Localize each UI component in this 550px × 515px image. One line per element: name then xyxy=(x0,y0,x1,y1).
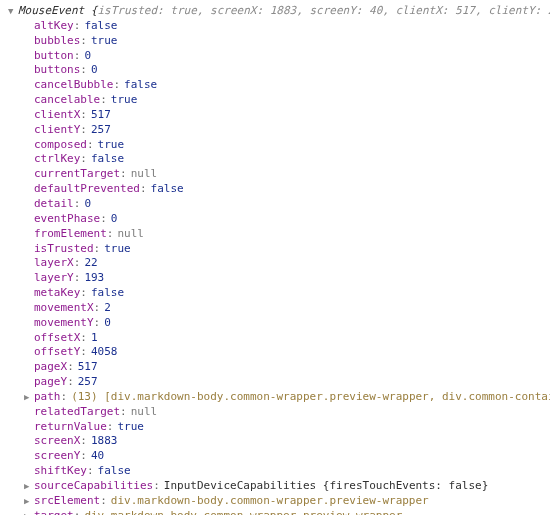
property-value[interactable]: InputDeviceCapabilities {firesTouchEvent… xyxy=(164,479,489,494)
colon: : xyxy=(100,494,107,509)
property-row: fromElement:null xyxy=(8,227,542,242)
colon: : xyxy=(74,19,81,34)
property-value: false xyxy=(84,19,117,34)
property-key: path xyxy=(34,390,61,405)
property-key: relatedTarget xyxy=(34,405,120,420)
property-row: bubbles:true xyxy=(8,34,542,49)
property-key: cancelBubble xyxy=(34,78,113,93)
property-key: offsetY xyxy=(34,345,80,360)
colon: : xyxy=(87,464,94,479)
property-key: buttons xyxy=(34,63,80,78)
property-row[interactable]: target:div.markdown-body.common-wrapper.… xyxy=(8,509,542,515)
colon: : xyxy=(74,509,81,515)
property-value: false xyxy=(124,78,157,93)
property-value: true xyxy=(104,242,131,257)
colon: : xyxy=(100,212,107,227)
property-value[interactable]: (13) [div.markdown-body.common-wrapper.p… xyxy=(71,390,550,405)
property-value: false xyxy=(91,152,124,167)
property-value: 1883 xyxy=(91,434,118,449)
property-row: button:0 xyxy=(8,49,542,64)
colon: : xyxy=(80,286,87,301)
colon: : xyxy=(87,138,94,153)
property-value: 0 xyxy=(104,316,111,331)
property-value: 2 xyxy=(104,301,111,316)
property-value: 22 xyxy=(84,256,97,271)
colon: : xyxy=(120,167,127,182)
property-value: null xyxy=(117,227,144,242)
property-value: 0 xyxy=(84,49,91,64)
property-row: relatedTarget:null xyxy=(8,405,542,420)
colon: : xyxy=(80,152,87,167)
property-value: 517 xyxy=(91,108,111,123)
property-list: altKey:falsebubbles:truebutton:0buttons:… xyxy=(8,19,542,515)
property-value: 40 xyxy=(91,449,104,464)
property-key: offsetX xyxy=(34,331,80,346)
colon: : xyxy=(67,375,74,390)
property-value: true xyxy=(111,93,138,108)
property-key: movementX xyxy=(34,301,94,316)
property-value: false xyxy=(151,182,184,197)
chevron-right-icon[interactable] xyxy=(24,391,34,403)
property-key: layerX xyxy=(34,256,74,271)
colon: : xyxy=(80,449,87,464)
property-value: 257 xyxy=(78,375,98,390)
property-key: shiftKey xyxy=(34,464,87,479)
property-value: true xyxy=(98,138,125,153)
property-row: currentTarget:null xyxy=(8,167,542,182)
colon: : xyxy=(107,420,114,435)
colon: : xyxy=(74,197,81,212)
property-row[interactable]: path:(13) [div.markdown-body.common-wrap… xyxy=(8,390,542,405)
property-row: eventPhase:0 xyxy=(8,212,542,227)
property-row: composed:true xyxy=(8,138,542,153)
property-key: defaultPrevented xyxy=(34,182,140,197)
colon: : xyxy=(107,227,114,242)
property-key: fromElement xyxy=(34,227,107,242)
property-key: pageX xyxy=(34,360,67,375)
property-value[interactable]: div.markdown-body.common-wrapper.preview… xyxy=(111,494,429,509)
property-value: 517 xyxy=(78,360,98,375)
property-row: returnValue:true xyxy=(8,420,542,435)
property-row: isTrusted:true xyxy=(8,242,542,257)
object-header-row[interactable]: MouseEvent {isTrusted: true, screenX: 18… xyxy=(8,4,542,19)
property-key: movementY xyxy=(34,316,94,331)
property-row: buttons:0 xyxy=(8,63,542,78)
property-row: offsetX:1 xyxy=(8,331,542,346)
property-key: layerY xyxy=(34,271,74,286)
property-row: cancelBubble:false xyxy=(8,78,542,93)
property-value: null xyxy=(131,405,158,420)
chevron-right-icon[interactable] xyxy=(24,510,34,515)
colon: : xyxy=(74,49,81,64)
chevron-right-icon[interactable] xyxy=(24,495,34,507)
colon: : xyxy=(67,360,74,375)
colon: : xyxy=(74,271,81,286)
colon: : xyxy=(80,331,87,346)
property-row: movementY:0 xyxy=(8,316,542,331)
property-value[interactable]: div.markdown-body.common-wrapper.preview… xyxy=(84,509,402,515)
property-row: layerY:193 xyxy=(8,271,542,286)
colon: : xyxy=(80,434,87,449)
property-row: pageY:257 xyxy=(8,375,542,390)
chevron-right-icon[interactable] xyxy=(24,480,34,492)
property-key: detail xyxy=(34,197,74,212)
property-row[interactable]: srcElement:div.markdown-body.common-wrap… xyxy=(8,494,542,509)
property-row: cancelable:true xyxy=(8,93,542,108)
colon: : xyxy=(113,78,120,93)
property-key: cancelable xyxy=(34,93,100,108)
colon: : xyxy=(80,345,87,360)
chevron-down-icon[interactable] xyxy=(8,5,18,17)
property-value: 4058 xyxy=(91,345,118,360)
header-summary: isTrusted: true, screenX: 1883, screenY:… xyxy=(97,4,550,17)
property-row[interactable]: sourceCapabilities:InputDeviceCapabiliti… xyxy=(8,479,542,494)
property-value: 1 xyxy=(91,331,98,346)
property-value: 193 xyxy=(84,271,104,286)
property-value: true xyxy=(117,420,144,435)
property-key: pageY xyxy=(34,375,67,390)
property-value: true xyxy=(91,34,118,49)
property-key: button xyxy=(34,49,74,64)
property-key: ctrlKey xyxy=(34,152,80,167)
property-row: shiftKey:false xyxy=(8,464,542,479)
property-value: 0 xyxy=(91,63,98,78)
property-row: altKey:false xyxy=(8,19,542,34)
property-row: ctrlKey:false xyxy=(8,152,542,167)
colon: : xyxy=(80,123,87,138)
